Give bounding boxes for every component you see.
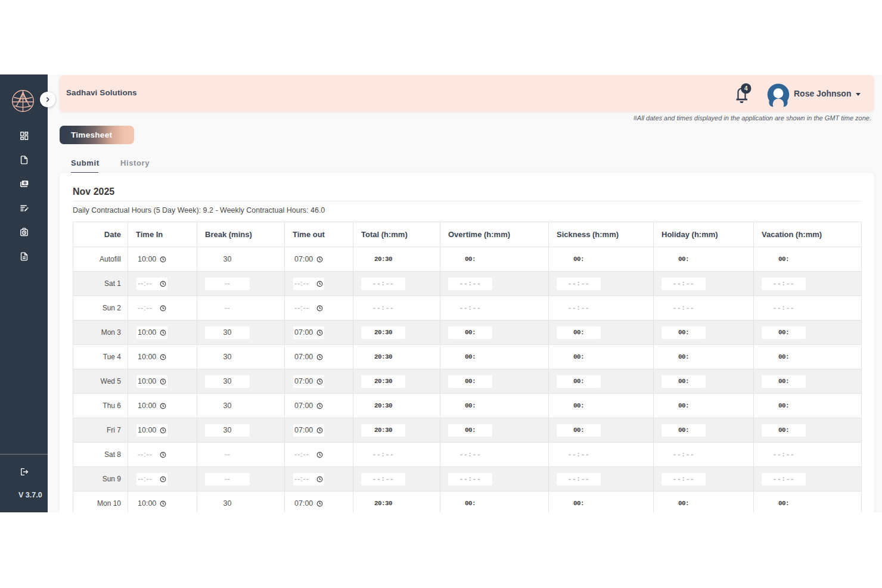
svg-text:4: 4 xyxy=(744,85,748,92)
